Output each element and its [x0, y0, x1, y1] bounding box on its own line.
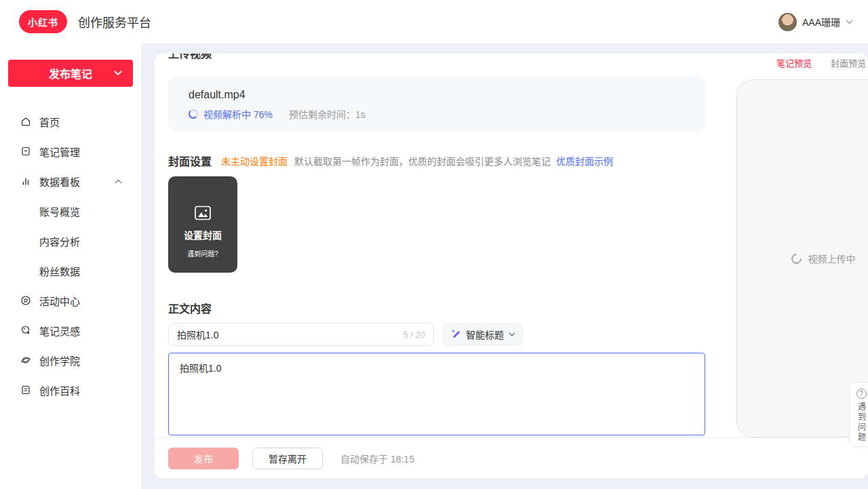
image-icon: [194, 205, 212, 221]
body-section-heading: 正文内容: [168, 300, 212, 316]
tab-cover-preview[interactable]: 封面预览: [831, 56, 866, 69]
sidebar-nav: 首页 笔记管理 数据看板 账号概览 内容分析: [0, 106, 141, 405]
sidebar-item-creator-wiki[interactable]: 创作百科: [0, 375, 141, 405]
eta-text: 预估剩余时间：1s: [289, 107, 366, 121]
xiaohongshu-logo: 小红书: [19, 10, 67, 33]
app: 小红书 创作服务平台 AAA珊珊 发布笔记 首页: [0, 0, 868, 489]
sidebar-item-account-overview[interactable]: 账号概览: [0, 196, 141, 226]
chevron-down-icon: [114, 71, 122, 76]
chevron-down-icon: [509, 332, 515, 337]
parsing-status: 视频解析中 76%: [203, 107, 273, 121]
title-input[interactable]: [177, 329, 397, 340]
sidebar-item-content-analysis[interactable]: 内容分析: [0, 226, 141, 256]
sidebar-item-label: 内容分析: [39, 234, 80, 248]
title-char-counter: 5 / 20: [403, 330, 425, 340]
note-icon: [20, 146, 31, 157]
upload-section-title: 上传视频: [168, 54, 212, 61]
sidebar-item-note-inspiration[interactable]: 笔记灵感: [0, 315, 141, 345]
body-textarea[interactable]: 拍照机1.0: [168, 353, 705, 435]
cover-warning: 未主动设置封面: [221, 154, 288, 168]
sidebar-item-label: 创作百科: [39, 383, 80, 397]
sidebar-item-label: 粉丝数据: [39, 264, 80, 278]
sidebar-item-label: 创作学院: [39, 353, 80, 368]
chevron-down-icon: [846, 20, 853, 24]
save-and-leave-button[interactable]: 暂存离开: [252, 448, 323, 469]
smart-title-button[interactable]: 智能标题: [442, 323, 524, 346]
chevron-up-icon: [115, 179, 122, 184]
note-preview-panel: 视频上传中: [736, 79, 868, 437]
header: 小红书 创作服务平台 AAA珊珊: [0, 0, 868, 43]
bar-chart-icon: [20, 176, 31, 187]
sidebar-item-note-management[interactable]: 笔记管理: [0, 136, 141, 166]
autosave-status: 自动保存于 18:15: [340, 452, 414, 465]
sidebar-item-label: 首页: [39, 115, 60, 129]
sidebar-item-label: 活动中心: [39, 294, 80, 308]
inspiration-icon: [20, 325, 31, 336]
feedback-button[interactable]: ? 遇到问题: [849, 382, 868, 447]
user-name: AAA珊珊: [802, 15, 840, 28]
feedback-label: 遇到问题: [856, 402, 867, 443]
sidebar-item-data-dashboard[interactable]: 数据看板: [0, 166, 141, 196]
video-filename: default.mp4: [189, 89, 685, 101]
uploading-text: 视频上传中: [808, 252, 856, 265]
wiki-icon: [20, 385, 31, 395]
set-cover-label: 设置封面: [184, 228, 222, 241]
sidebar-item-label: 账号概览: [39, 204, 80, 218]
sidebar-item-home[interactable]: 首页: [0, 106, 141, 136]
sidebar: 发布笔记 首页 笔记管理 数据看板: [0, 43, 141, 489]
question-icon: ?: [856, 389, 867, 399]
uploading-spinner-icon: [789, 251, 803, 265]
title-input-wrapper: 5 / 20: [168, 323, 434, 346]
cover-example-link[interactable]: 优质封面示例: [556, 154, 613, 168]
smart-title-label: 智能标题: [466, 328, 504, 341]
activity-star-icon: [20, 295, 31, 306]
preview-tabs: 笔记预览 封面预览: [776, 54, 866, 71]
planet-icon: [20, 355, 31, 366]
sidebar-item-activity-center[interactable]: 活动中心: [0, 286, 141, 315]
loading-spinner-icon: [189, 109, 198, 119]
sidebar-item-fans-data[interactable]: 粉丝数据: [0, 256, 141, 286]
cover-help-link[interactable]: 遇到问题?: [187, 248, 218, 258]
publish-note-button[interactable]: 发布笔记: [8, 60, 133, 87]
action-bar: 发布 暂存离开 自动保存于 18:15: [155, 437, 868, 478]
upload-status-card: default.mp4 视频解析中 76% 预估剩余时间：1s: [168, 76, 705, 132]
publish-note-label: 发布笔记: [49, 65, 92, 81]
publish-button[interactable]: 发布: [168, 448, 239, 469]
avatar[interactable]: [778, 13, 797, 31]
magic-pen-icon: [450, 329, 461, 340]
home-icon: [20, 116, 31, 127]
page-title: 创作服务平台: [78, 13, 151, 31]
cover-description: 默认截取第一帧作为封面，优质的封面会吸引更多人浏览笔记: [294, 154, 551, 168]
sidebar-item-label: 笔记灵感: [39, 324, 80, 338]
tab-note-preview[interactable]: 笔记预览: [776, 56, 812, 69]
user-menu[interactable]: AAA珊珊: [778, 13, 853, 31]
main-content: 上传视频 default.mp4 视频解析中 76% 预估剩余时间：1s 封面设…: [155, 54, 868, 478]
sidebar-item-creator-academy[interactable]: 创作学院: [0, 345, 141, 375]
cover-section-heading: 封面设置: [168, 153, 212, 169]
sidebar-item-label: 数据看板: [39, 174, 80, 189]
set-cover-button[interactable]: 设置封面 遇到问题?: [168, 176, 237, 273]
sidebar-item-label: 笔记管理: [39, 144, 80, 159]
